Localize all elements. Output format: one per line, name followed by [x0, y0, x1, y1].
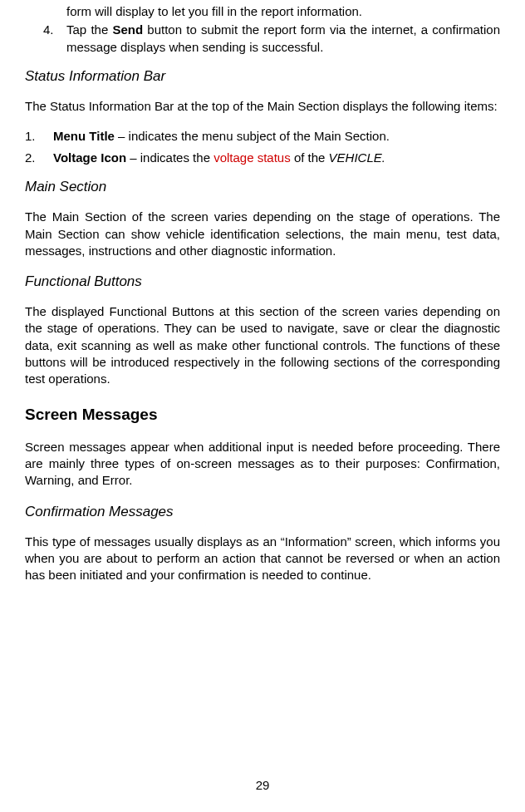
list-number: 4. [25, 22, 66, 56]
list-item-1: 1. Menu Title – indicates the menu subje… [25, 128, 500, 145]
text: – indicates the [126, 150, 213, 165]
heading-main-section: Main Section [25, 178, 500, 197]
text: of the [291, 150, 329, 165]
list-body: Menu Title – indicates the menu subject … [53, 128, 500, 145]
paragraph: The displayed Functional Buttons at this… [25, 303, 500, 387]
list-item-2: 2. Voltage Icon – indicates the voltage … [25, 150, 500, 166]
continuation-line: form will display to let you fill in the… [66, 3, 500, 20]
text: Tap the [66, 22, 112, 37]
bold-text: Menu Title [53, 129, 115, 143]
bold-text: Send [112, 22, 143, 37]
list-number: 2. [25, 150, 53, 166]
paragraph: The Main Section of the screen varies de… [25, 209, 500, 259]
heading-confirmation-messages: Confirmation Messages [25, 503, 500, 522]
list-number: 1. [25, 128, 53, 145]
list-item-4: 4. Tap the Send button to submit the rep… [25, 22, 500, 56]
heading-screen-messages: Screen Messages [25, 404, 500, 426]
list-body: Tap the Send button to submit the report… [66, 22, 500, 56]
paragraph: This type of messages usually displays a… [25, 534, 500, 584]
paragraph: Screen messages appear when additional i… [25, 439, 500, 490]
list-body: Voltage Icon – indicates the voltage sta… [53, 150, 500, 166]
heading-status-info-bar: Status Information Bar [25, 67, 500, 86]
italic-text: VEHICLE. [329, 150, 385, 165]
paragraph: The Status Information Bar at the top of… [25, 98, 500, 115]
heading-functional-buttons: Functional Buttons [25, 273, 500, 292]
red-text: voltage status [213, 150, 291, 165]
text: – indicates the menu subject of the Main… [115, 129, 390, 143]
bold-text: Voltage Icon [53, 150, 126, 165]
page-number: 29 [0, 777, 525, 794]
